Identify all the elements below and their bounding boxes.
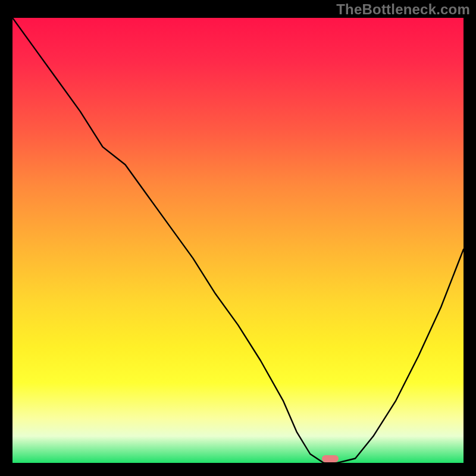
plot-area [12, 18, 464, 463]
curve-path [12, 18, 464, 463]
watermark-label: TheBottleneck.com [336, 1, 470, 18]
chart-frame: TheBottleneck.com [0, 0, 476, 476]
optimal-point-marker [322, 455, 339, 462]
bottleneck-curve [12, 18, 464, 463]
